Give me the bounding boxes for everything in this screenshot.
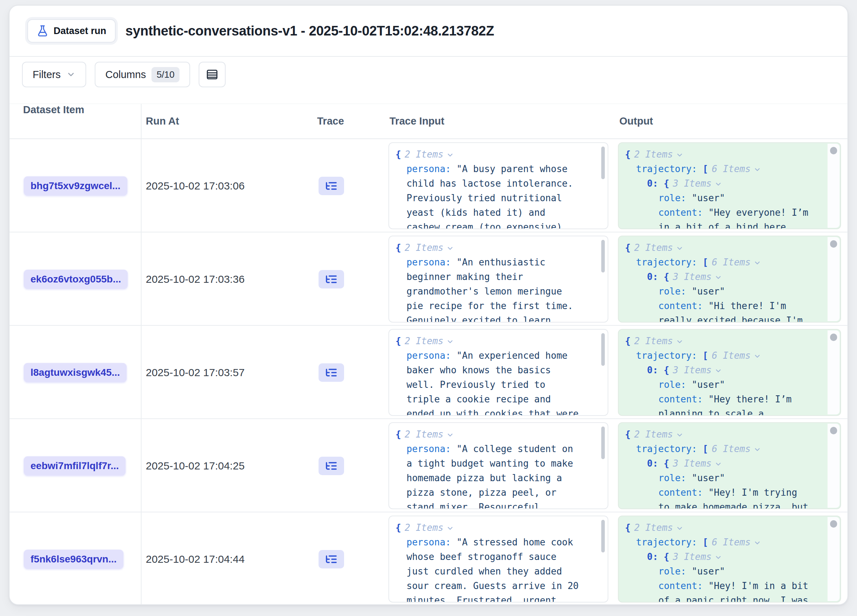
chevron-down-icon[interactable] xyxy=(715,554,722,561)
output-cell: {2 Items trajectory: [6 Items 0: {3 Item… xyxy=(614,139,848,232)
json-value: Genuinely excited to learn xyxy=(407,315,551,322)
dataset-item-badge[interactable]: l8agtuwxisgwk45... xyxy=(24,363,127,382)
chevron-down-icon[interactable] xyxy=(676,431,684,439)
output-json-panel[interactable]: {2 Items trajectory: [6 Items 0: {3 Item… xyxy=(618,142,841,229)
scrollbar-thumb[interactable] xyxy=(601,147,605,179)
item-count: 3 Items xyxy=(673,271,712,282)
chevron-down-icon[interactable] xyxy=(753,352,761,360)
scrollbar-thumb[interactable] xyxy=(601,333,605,366)
dataset-item-cell: f5nk6lse963qrvn... xyxy=(9,512,142,605)
chevron-down-icon[interactable] xyxy=(446,151,454,159)
trace-button[interactable] xyxy=(319,363,344,382)
output-cell: {2 Items trajectory: [6 Items 0: {3 Item… xyxy=(614,326,848,419)
trace-button[interactable] xyxy=(319,550,344,568)
output-json-panel[interactable]: {2 Items trajectory: [6 Items 0: {3 Item… xyxy=(618,422,841,509)
json-key: content xyxy=(658,207,698,218)
chevron-down-icon[interactable] xyxy=(715,367,722,375)
trace-button[interactable] xyxy=(319,270,344,288)
output-json-panel[interactable]: {2 Items trajectory: [6 Items 0: {3 Item… xyxy=(618,515,841,602)
dataset-item-badge[interactable]: f5nk6lse963qrvn... xyxy=(24,549,124,569)
list-tree-icon xyxy=(325,273,338,286)
trace-input-json-panel[interactable]: {2 Items persona: "A college student on … xyxy=(388,422,608,509)
columns-button[interactable]: Columns 5/10 xyxy=(95,62,190,87)
trace-input-json-panel[interactable]: {2 Items persona: "A stressed home cook … xyxy=(388,515,608,602)
json-key: trajectory xyxy=(636,350,692,361)
run-at-value: 2025-10-02 17:03:36 xyxy=(146,273,245,285)
json-value: of a panic right now. I was xyxy=(658,595,808,602)
scrollbar-track[interactable] xyxy=(828,424,840,508)
scrollbar-thumb[interactable] xyxy=(601,427,605,459)
json-value: "user" xyxy=(692,193,725,203)
chevron-down-icon[interactable] xyxy=(676,245,684,252)
item-count: 3 Items xyxy=(673,178,712,189)
json-value: ended up with cookies that were xyxy=(407,409,579,416)
json-value: to make homemade pizza, but xyxy=(658,502,808,509)
trace-button[interactable] xyxy=(319,457,344,475)
table-view-button[interactable] xyxy=(199,62,226,87)
filters-button[interactable]: Filters xyxy=(22,62,86,87)
chevron-down-icon[interactable] xyxy=(676,151,684,159)
chevron-down-icon[interactable] xyxy=(753,166,761,173)
chevron-down-icon[interactable] xyxy=(676,525,684,532)
item-count: 2 Items xyxy=(405,522,444,533)
scrollbar-thumb[interactable] xyxy=(830,427,837,434)
dataset-run-badge: Dataset run xyxy=(27,19,116,43)
dataset-item-badge[interactable]: ek6oz6vtoxg055b... xyxy=(24,270,128,289)
chevron-down-icon[interactable] xyxy=(446,431,454,439)
item-count: 6 Items xyxy=(712,350,751,361)
scrollbar-thumb[interactable] xyxy=(830,334,837,341)
item-count: 2 Items xyxy=(634,522,673,533)
json-value: "Hey everyone! I’m xyxy=(708,207,808,218)
open-brace: { xyxy=(625,336,631,346)
run-at-cell: 2025-10-02 17:03:36 xyxy=(142,232,314,326)
trace-input-cell: {2 Items persona: "A busy parent whose c… xyxy=(386,139,614,232)
json-value: "An enthusiastic xyxy=(456,257,545,268)
json-value: whose beef stroganoff sauce xyxy=(407,551,557,562)
json-key: content xyxy=(658,580,698,591)
dataset-run-badge-label: Dataset run xyxy=(54,26,107,37)
list-tree-icon xyxy=(325,460,338,472)
chevron-down-icon[interactable] xyxy=(446,245,454,252)
dataset-item-cell: l8agtuwxisgwk45... xyxy=(9,326,142,419)
scrollbar-thumb[interactable] xyxy=(601,240,605,272)
chevron-down-icon[interactable] xyxy=(753,446,761,453)
output-json-panel[interactable]: {2 Items trajectory: [6 Items 0: {3 Item… xyxy=(618,329,841,416)
scrollbar-thumb[interactable] xyxy=(830,240,837,248)
open-brace: { xyxy=(664,458,669,469)
chevron-down-icon[interactable] xyxy=(715,460,722,468)
chevron-down-icon[interactable] xyxy=(753,259,761,267)
scrollbar-thumb[interactable] xyxy=(601,520,605,553)
page-title: synthetic-conversations-v1 - 2025-10-02T… xyxy=(125,23,494,39)
chevron-down-icon[interactable] xyxy=(446,338,454,346)
json-value: beginner making their xyxy=(407,271,523,282)
trace-button[interactable] xyxy=(319,177,344,195)
scrollbar-track[interactable] xyxy=(828,517,840,601)
trace-cell xyxy=(314,232,386,326)
open-bracket: [ xyxy=(703,257,708,268)
toolbar: Filters Columns 5/10 xyxy=(22,62,848,87)
table-header-row: Dataset Item Run At Trace Trace Input Ou… xyxy=(9,104,848,139)
scrollbar-track[interactable] xyxy=(828,237,840,321)
trace-input-json-panel[interactable]: {2 Items persona: "An enthusiastic begin… xyxy=(388,235,608,322)
chevron-down-icon[interactable] xyxy=(715,274,722,282)
scrollbar-track[interactable] xyxy=(828,330,840,415)
output-cell: {2 Items trajectory: [6 Items 0: {3 Item… xyxy=(614,232,848,326)
trace-input-json-panel[interactable]: {2 Items persona: "A busy parent whose c… xyxy=(388,142,608,229)
trace-input-json-panel[interactable]: {2 Items persona: "An experienced home b… xyxy=(388,329,608,416)
item-count: 6 Items xyxy=(712,164,751,174)
output-json-panel[interactable]: {2 Items trajectory: [6 Items 0: {3 Item… xyxy=(618,235,841,322)
scrollbar-thumb[interactable] xyxy=(830,147,837,154)
open-brace: { xyxy=(396,522,401,533)
dataset-item-badge[interactable]: bhg7t5xv9zgwcel... xyxy=(24,176,127,195)
column-header-run-at: Run At xyxy=(142,115,314,127)
chevron-down-icon[interactable] xyxy=(446,525,454,532)
json-value: "Hey there! I’m xyxy=(708,394,792,404)
chevron-down-icon[interactable] xyxy=(753,539,761,547)
scrollbar-track[interactable] xyxy=(828,144,840,228)
chevron-down-icon[interactable] xyxy=(715,180,722,188)
run-at-value: 2025-10-02 17:04:44 xyxy=(146,553,245,565)
scrollbar-thumb[interactable] xyxy=(830,520,837,528)
chevron-down-icon[interactable] xyxy=(676,338,684,346)
json-key: content xyxy=(658,300,698,311)
dataset-item-badge[interactable]: eebwi7mfil7lqlf7r... xyxy=(24,456,125,475)
